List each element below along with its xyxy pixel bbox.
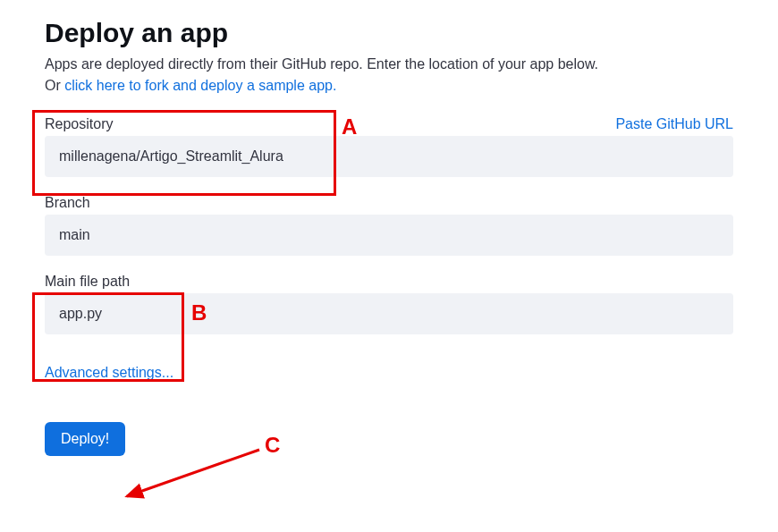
page-title: Deploy an app [45, 18, 733, 48]
annotation-label-c: C [265, 433, 280, 458]
advanced-settings-link[interactable]: Advanced settings... [45, 365, 173, 381]
main-file-input[interactable] [45, 293, 733, 334]
svg-line-1 [127, 450, 259, 496]
fork-sample-link[interactable]: click here to fork and deploy a sample a… [64, 78, 336, 93]
repository-input[interactable] [45, 136, 733, 177]
repository-label: Repository [45, 116, 113, 132]
annotation-arrow-c [116, 443, 268, 505]
subtitle: Apps are deployed directly from their Gi… [45, 54, 733, 97]
subtitle-text-1: Apps are deployed directly from their Gi… [45, 56, 598, 72]
main-file-label: Main file path [45, 274, 130, 290]
paste-github-url-link[interactable]: Paste GitHub URL [615, 116, 733, 132]
branch-input[interactable] [45, 215, 733, 256]
subtitle-text-2: Or [45, 78, 64, 93]
deploy-button[interactable]: Deploy! [45, 422, 125, 456]
branch-label: Branch [45, 195, 90, 211]
